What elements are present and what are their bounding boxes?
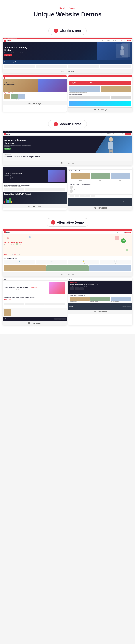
m02-item-2 <box>24 188 45 191</box>
c02-nav-links: Home Company Blog <box>59 78 66 78</box>
c03-photo-1 <box>69 86 100 92</box>
modern-03-screenshot: evfox Our Powerful Team Members Member <box>68 167 132 210</box>
a03-nav: evfox <box>68 278 132 280</box>
alt-03-screenshot: evfox Our Services We Are The Best Insur… <box>68 278 132 325</box>
alt-social-in: in <box>131 230 131 230</box>
alt-demo-text: Alternative Demo <box>57 220 84 224</box>
m03-member-3: Member <box>111 173 130 181</box>
classic-blue-bar: How can we help you? <box>3 60 132 64</box>
nav-home: Home <box>99 40 101 41</box>
c02-lorem: Lorem ipsum dolor sit amet, consectetur … <box>4 100 66 100</box>
svg-point-0 <box>121 46 124 50</box>
c02-link3: Blog <box>64 78 66 78</box>
a03-logo: evfox <box>69 278 72 280</box>
c02-link2: Company <box>61 78 64 78</box>
logo-4 <box>86 196 90 197</box>
logo-5 <box>91 196 95 197</box>
m03-team-section: Our Powerful Team Members Member Member <box>68 170 132 183</box>
modern-03-site: evfox Our Powerful Team Members Member <box>68 167 132 206</box>
nav-consulting: Consulting <box>122 40 126 41</box>
c02-topbar: support@devfox.com <box>3 75 67 77</box>
a03-ins-heading: We Are The Best Insurance Company For Yo… <box>70 284 131 286</box>
m03-nco-footer: nco Home About Services Contact <box>68 198 132 206</box>
c03-data-sci-sub: Analytics Solutions <box>71 84 130 84</box>
classic-01-site: Devfox — support@devfoxtheme.com evfox H… <box>3 38 132 69</box>
c02-hero-overlay: Challenges with Innovative Ideas <box>3 82 19 86</box>
m-link-company: Company <box>103 133 107 135</box>
alt-topbar-text: support@devfox.com <box>4 230 11 230</box>
alt-stat-extra: 20+ Years Experience <box>13 254 22 255</box>
a02-fl-3 <box>62 318 66 320</box>
classic-hero-sub: Lorem ipsum dolor sit amet consectetur a… <box>4 52 31 53</box>
a02-label-12k: Clients <box>4 301 7 302</box>
classic-icons-row <box>3 64 132 69</box>
alt-stat-num-extra: 20+ <box>13 254 16 255</box>
c02-link1: Home <box>59 78 61 78</box>
a02-link1: Home <box>57 279 59 280</box>
c02-hero: Challenges with Innovative Ideas <box>3 80 67 92</box>
alt-services-grid: 🔧 IT Support ☁️ Cloud 🔒 Security <box>4 260 131 264</box>
service-label-3: Security <box>69 263 99 264</box>
classic-half-wrap: support@devfox.com evfox Home Company Bl… <box>3 75 132 112</box>
alt-people-2 <box>46 266 88 271</box>
page-wrapper: Devfox Demo Unique Website Demos ✓ Class… <box>0 0 135 334</box>
a03-fl-2: Explore <box>124 306 127 307</box>
modern-incididunt-text: Incididunt ut labore et dolore magna ali… <box>4 156 131 158</box>
a03-ins-icons <box>70 288 131 290</box>
classic-hero-heading: Simplify IT to Multiply Profits <box>4 46 31 52</box>
m03-story-1: Lorem ipsum dolor sit amet consectetur. <box>70 186 131 189</box>
m02-analytics-heading: Data Analytics, Control And IT Managed <box>4 193 31 195</box>
a03-nco-text: nco <box>69 306 73 308</box>
m-link-home: Home ▾ <box>99 133 102 135</box>
a03-blog-1: Lorem ipsum dolor sit <box>70 297 90 302</box>
c02-hero-text: Challenges with Innovative Ideas <box>3 82 19 86</box>
alt-hero: Build Better Future Lorem ipsum dolor si… <box>3 234 132 253</box>
m02-list-1: Lorem ipsum dolor sit <box>4 175 46 176</box>
a02-people-section: Lorem ipsum dolor sit amet consectetur a… <box>3 308 67 317</box>
dot-3 <box>29 236 31 238</box>
logo-text: evfox <box>6 40 11 42</box>
c03-lorem: Lorem ipsum dolor sit amet, consectetur … <box>69 92 131 93</box>
m03-name-2: Member <box>99 180 102 181</box>
c02-team-row <box>4 94 66 99</box>
m02-consectetur-text: Lorem ipsum dolor sit amet consectetur a… <box>4 186 65 187</box>
m03-footer-link-3: Services <box>126 201 128 202</box>
a03-blog-thumb-1 <box>70 297 90 301</box>
alt-stats-row: 35+ IT Professionals 20+ Years Experienc… <box>3 253 132 256</box>
a02-nav: evfox Home Services IT Managed <box>3 278 67 280</box>
evfox-logo: evfox <box>4 40 11 42</box>
a02-counter-102: 102 Projects <box>8 299 11 302</box>
c03-team-photos <box>69 86 131 92</box>
m03-member-2: Member <box>91 173 110 181</box>
modern-02-site: evfox ★★★★★ Connecting People And Lorem … <box>3 167 67 204</box>
a-link-blog: Blog <box>123 232 125 233</box>
service-label-1: IT Support <box>4 263 35 264</box>
m03-story-heading: Read Story Of Our IT Professionals Story <box>70 184 131 185</box>
svg-point-2 <box>109 137 113 142</box>
m-link-blog: Blog ▾ <box>122 133 124 135</box>
a03-blog-2: Consectetur adipiscing <box>90 297 110 302</box>
a03-blog-title-1: Lorem ipsum dolor sit <box>70 301 90 302</box>
modern-topbar: info@devfoxtheme.com | support +1 Track … <box>3 131 132 132</box>
check-icon: ✓ <box>54 28 58 33</box>
c03-nav: evfox Home IT Solutions <box>68 77 132 80</box>
modern-01-screenshot: info@devfoxtheme.com | support +1 Track … <box>3 131 132 165</box>
hero-person-placeholder <box>116 44 128 58</box>
m03-name-1: Member <box>79 180 82 181</box>
a02-logo-1 <box>4 302 24 305</box>
alt-hero-span-2: Future <box>16 241 22 244</box>
modern-logo: evfox <box>4 133 10 135</box>
classic-02-site: support@devfox.com evfox Home Company Bl… <box>3 75 67 102</box>
modern-hero: Better Vision for Better Connection Lore… <box>3 136 132 153</box>
modern-02-caption: 02 - Homepage <box>3 204 67 208</box>
a03-blog-thumb-3 <box>111 297 131 301</box>
a03-footer-links: Home Explore Explore It Free <box>122 306 131 307</box>
classic-demo-text: Classic Demo <box>60 29 81 32</box>
c03-link1: Home <box>126 78 128 78</box>
a02-logo: evfox <box>3 278 6 280</box>
c03-data-sci: Data Sciences and Analytics 0458 Analyti… <box>69 81 131 85</box>
a03-latest-blog: Latest From Our Blog Post Lorem ipsum do… <box>68 294 132 303</box>
classic-03-site: support@devfox.com evfox Home IT Solutio… <box>68 75 132 106</box>
modern-logo-text: evfox <box>6 133 10 135</box>
svg-rect-5 <box>111 149 113 152</box>
